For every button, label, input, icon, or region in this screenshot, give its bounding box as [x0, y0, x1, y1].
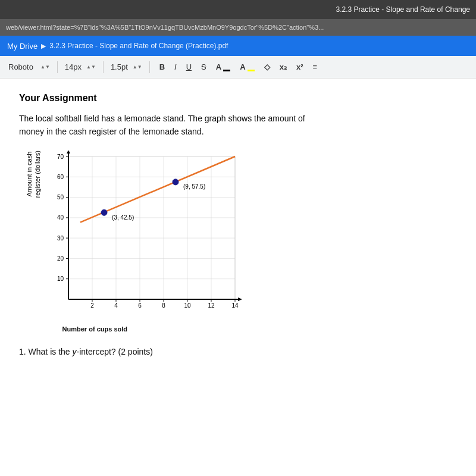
svg-text:10: 10 [57, 275, 64, 282]
strikethrough-button[interactable]: S [199, 61, 209, 73]
url-bar[interactable]: web/viewer.html?state=%7B"ids"%3A%5B"1Tt… [0, 19, 476, 36]
underline-button[interactable]: U [184, 61, 194, 73]
paint-bucket-button[interactable]: ◇ [262, 61, 273, 73]
svg-text:8: 8 [162, 302, 165, 309]
breadcrumb-bar: My Drive ▶ 3.2.3 Practice - Slope and Ra… [0, 36, 476, 56]
svg-text:(9, 57.5): (9, 57.5) [183, 183, 205, 190]
my-drive-link[interactable]: My Drive [7, 42, 37, 51]
chart-wrap: 10 20 30 40 50 60 70 [45, 151, 247, 333]
assignment-title: Your Assignment [19, 93, 457, 104]
subscript-button[interactable]: x₂ [277, 61, 289, 73]
highlight-button[interactable]: A [237, 61, 257, 73]
font-size-value: 14px [65, 62, 82, 71]
svg-marker-17 [67, 151, 70, 154]
url-text: web/viewer.html?state=%7B"ids"%3A%5B"1Tt… [6, 24, 324, 31]
divider-2 [103, 61, 104, 73]
divider-1 [57, 61, 58, 73]
tab-title: 3.2.3 Practice - Slope and Rate of Chang… [336, 5, 470, 14]
y-axis-label: Amount in cash register (dollars) [25, 151, 42, 198]
font-family-select[interactable]: Roboto [6, 61, 36, 73]
svg-text:12: 12 [208, 302, 215, 309]
font-size-arrows[interactable]: ▲▼ [86, 65, 96, 70]
line-spacing-arrows[interactable]: ▲▼ [133, 65, 142, 70]
list-button[interactable]: ≡ [311, 61, 320, 73]
toolbar: Roboto ▲▼ 14px ▲▼ 1.5pt ▲▼ B I U S A A ◇… [0, 56, 476, 79]
svg-text:2: 2 [90, 302, 94, 309]
svg-point-47 [101, 209, 107, 215]
x-axis-label: Number of cups sold [62, 325, 127, 333]
svg-text:30: 30 [57, 234, 64, 241]
divider-3 [149, 61, 150, 73]
svg-text:6: 6 [138, 302, 142, 309]
bold-button[interactable]: B [157, 61, 167, 73]
font-family-arrows[interactable]: ▲▼ [40, 65, 50, 70]
svg-text:70: 70 [57, 153, 64, 159]
content-area: Your Assignment The local softball field… [0, 79, 476, 371]
svg-point-49 [173, 179, 178, 185]
question-1: 1. What is the y-intercept? (2 points) [19, 347, 457, 356]
svg-marker-16 [238, 298, 242, 301]
svg-text:60: 60 [57, 174, 64, 180]
question-1-prefix: 1. What is the [19, 347, 72, 356]
question-1-suffix: -intercept? (2 points) [76, 347, 152, 356]
svg-rect-0 [68, 156, 235, 299]
browser-top-bar: 3.2.3 Practice - Slope and Rate of Chang… [0, 0, 476, 19]
paragraph-line1: The local softball field has a lemonade … [19, 114, 305, 123]
breadcrumb-chevron: ▶ [41, 42, 46, 50]
paragraph-line2: money in the cash register of the lemona… [19, 127, 204, 136]
svg-text:14: 14 [231, 302, 239, 309]
assignment-text: The local softball field has a lemonade … [19, 112, 457, 139]
svg-text:10: 10 [184, 302, 191, 309]
line-spacing-value: 1.5pt [111, 62, 128, 71]
italic-button[interactable]: I [172, 61, 179, 73]
svg-text:(3, 42.5): (3, 42.5) [112, 214, 134, 221]
svg-text:50: 50 [57, 194, 64, 201]
svg-text:40: 40 [57, 214, 64, 221]
svg-text:20: 20 [57, 255, 64, 262]
breadcrumb-filename: 3.2.3 Practice - Slope and Rate of Chang… [49, 42, 228, 50]
font-color-button[interactable]: A [214, 61, 233, 73]
chart-container: Amount in cash register (dollars) [25, 151, 457, 333]
chart-svg: 10 20 30 40 50 60 70 [45, 151, 247, 323]
superscript-button[interactable]: x² [294, 61, 306, 73]
svg-text:4: 4 [114, 302, 118, 309]
